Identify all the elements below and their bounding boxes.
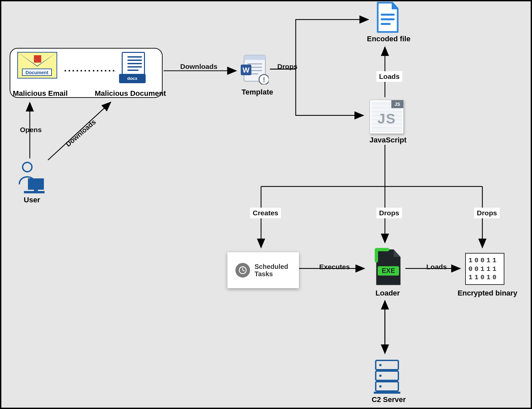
binary-row: 00111 (468, 265, 501, 273)
c2-server-icon (374, 359, 400, 394)
js-big-text: JS (370, 111, 403, 127)
user-icon (15, 161, 45, 194)
clock-icon (235, 263, 250, 278)
svg-point-35 (379, 364, 382, 366)
encrypted-binary-icon: 10011 00111 11010 (465, 253, 504, 285)
loader-label: Loader (371, 289, 404, 298)
edge-downloads-user-doc: Downloads (61, 115, 100, 151)
malicious-email-icon: Document (17, 52, 57, 79)
binary-row: 11010 (468, 274, 501, 281)
template-icon: W ! (241, 55, 269, 85)
c2-server-label: C2 Server (367, 395, 410, 404)
edge-loads-encoded: Loads (376, 71, 402, 82)
edge-opens: Opens (17, 124, 44, 135)
encrypted-binary-label: Encrypted binary (454, 289, 521, 298)
scheduled-tasks-label: Scheduled Tasks (255, 263, 291, 278)
javascript-icon: JS JS (370, 100, 404, 134)
svg-point-13 (23, 162, 32, 172)
js-badge: JS (391, 100, 403, 108)
document-tag: Document (22, 69, 52, 76)
malicious-document-icon: docx (119, 52, 146, 83)
javascript-label: JavaScript (366, 136, 410, 144)
edge-drops-binary: Drops (474, 208, 500, 218)
svg-rect-38 (374, 392, 400, 394)
docx-badge: docx (119, 74, 146, 83)
svg-rect-16 (34, 190, 38, 192)
svg-rect-34 (376, 382, 398, 391)
svg-rect-18 (244, 55, 265, 60)
svg-point-36 (379, 375, 382, 377)
svg-point-37 (379, 385, 382, 388)
edge-creates: Creates (250, 208, 281, 218)
user-label: User (19, 196, 45, 204)
svg-rect-14 (28, 178, 44, 190)
svg-rect-33 (376, 371, 398, 380)
malicious-email-label: Malicious Email (12, 89, 68, 98)
malicious-document-label: Malicious Document (94, 89, 167, 98)
svg-text:!: ! (263, 76, 265, 84)
loader-icon: EXE (370, 248, 404, 288)
encoded-file-label: Encoded file (360, 35, 417, 43)
edge-drops-loader: Drops (376, 208, 402, 218)
edge-loads-binary: Loads (424, 262, 450, 272)
edge-drops-template: Drops (275, 61, 300, 72)
exe-badge: EXE (378, 267, 399, 275)
scheduled-tasks-node: Scheduled Tasks (227, 252, 299, 288)
attack-chain-diagram: Document Malicious Email docx Malicious … (0, 0, 532, 409)
ellipsis-icon (65, 70, 114, 72)
svg-rect-32 (376, 360, 398, 370)
edge-executes: Executes (317, 262, 352, 272)
template-label: Template (237, 88, 277, 97)
svg-text:W: W (243, 66, 250, 74)
malware-star-icon (34, 55, 41, 63)
encoded-file-icon (374, 1, 401, 33)
edge-downloads-doc-template: Downloads (178, 61, 220, 72)
binary-row: 10011 (468, 257, 501, 264)
